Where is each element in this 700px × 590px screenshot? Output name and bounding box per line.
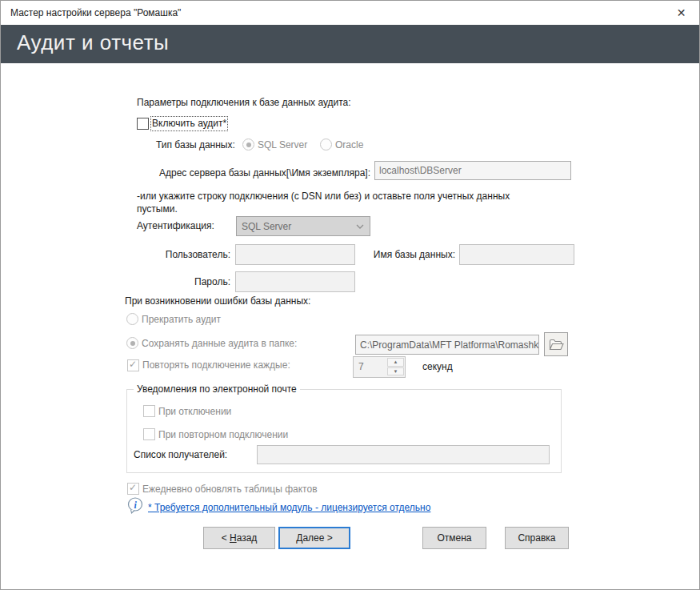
- info-icon: i: [127, 497, 144, 517]
- retry-interval-value: 7: [358, 361, 364, 372]
- license-note-link[interactable]: * Требуется дополнительный модуль - лице…: [148, 502, 430, 513]
- notify-disconnect-label: При отключении: [158, 406, 231, 418]
- close-button[interactable]: ✕: [663, 1, 699, 25]
- enable-audit-label[interactable]: Включить аудит*: [152, 118, 226, 130]
- notify-reconnect-checkbox: [143, 428, 155, 440]
- dbname-label: Имя базы данных:: [353, 249, 455, 261]
- help-button[interactable]: Справка: [505, 527, 569, 549]
- back-button[interactable]: < Назад: [203, 527, 275, 549]
- recipients-field: [257, 445, 550, 464]
- spin-up-icon: ▲: [394, 359, 398, 364]
- save-folder-label: Сохранять данные аудита в папке:: [142, 338, 297, 350]
- db-type-option-sqlserver: SQL Server: [258, 139, 307, 151]
- db-type-option-oracle: Oracle: [335, 139, 363, 151]
- browse-folder-button[interactable]: [544, 332, 568, 356]
- db-params-label: Параметры подключения к базе данных ауди…: [137, 97, 351, 109]
- check-icon: ✓: [129, 359, 137, 371]
- retry-units-label: секунд: [422, 361, 453, 373]
- close-icon: ✕: [677, 6, 686, 19]
- password-field: [235, 271, 355, 292]
- notify-disconnect-checkbox: [143, 405, 155, 417]
- daily-update-checkbox: ✓: [127, 483, 139, 495]
- cancel-button[interactable]: Отмена: [422, 527, 486, 549]
- daily-update-label: Ежедневно обновлять таблицы фактов: [142, 484, 318, 496]
- next-button[interactable]: Далее >: [278, 527, 350, 549]
- retry-checkbox: ✓: [127, 359, 139, 371]
- auth-dropdown: SQL Server: [236, 216, 370, 236]
- enable-audit-checkbox[interactable]: [137, 118, 149, 130]
- user-field: [235, 244, 355, 265]
- server-address-field: localhost\DBServer: [374, 161, 571, 180]
- auth-label: Аутентификация:: [137, 220, 214, 232]
- stop-audit-radio: [126, 313, 138, 325]
- server-address-label: Адрес сервера базы данных[\Имя экземпляр…: [97, 167, 370, 179]
- check-icon: ✓: [129, 482, 137, 494]
- window-title: Мастер настройки сервера "Ромашка": [10, 1, 181, 25]
- spin-down-button: ▼: [387, 367, 404, 376]
- stop-audit-label: Прекратить аудит: [142, 314, 221, 326]
- save-folder-radio: [126, 337, 138, 349]
- retry-label: Повторять подключение каждые:: [142, 359, 290, 371]
- db-type-label: Тип базы данных:: [156, 139, 235, 151]
- page-title: Аудит и отчеты: [17, 30, 169, 55]
- spin-up-button: ▲: [387, 358, 404, 367]
- chevron-down-icon: [356, 224, 364, 229]
- user-label: Пользователь:: [121, 249, 230, 261]
- retry-interval-spinner: 7 ▲ ▼: [353, 356, 406, 378]
- dbname-field: [459, 244, 574, 265]
- titlebar: Мастер настройки сервера "Ромашка" ✕: [1, 1, 699, 25]
- password-label: Пароль:: [121, 276, 230, 288]
- folder-path-field: C:\ProgramData\MFT Platforma\Romashka: [355, 335, 539, 355]
- db-type-radio-sqlserver: [242, 138, 254, 151]
- on-error-label: При возникновении ошибки базы данных:: [125, 295, 310, 307]
- connection-hint-label: -или укажите строку подключения (с DSN и…: [137, 190, 513, 215]
- spin-down-icon: ▼: [394, 369, 398, 374]
- db-type-radio-oracle: [320, 138, 332, 151]
- recipients-label: Список получателей:: [134, 449, 227, 461]
- notify-reconnect-label: При повторном подключении: [158, 429, 288, 441]
- folder-icon: [549, 339, 564, 351]
- page-header: Аудит и отчеты: [1, 25, 699, 63]
- email-notifications-title: Уведомления по электронной почте: [134, 383, 300, 395]
- wizard-dialog: Мастер настройки сервера "Ромашка" ✕ Ауд…: [0, 0, 700, 590]
